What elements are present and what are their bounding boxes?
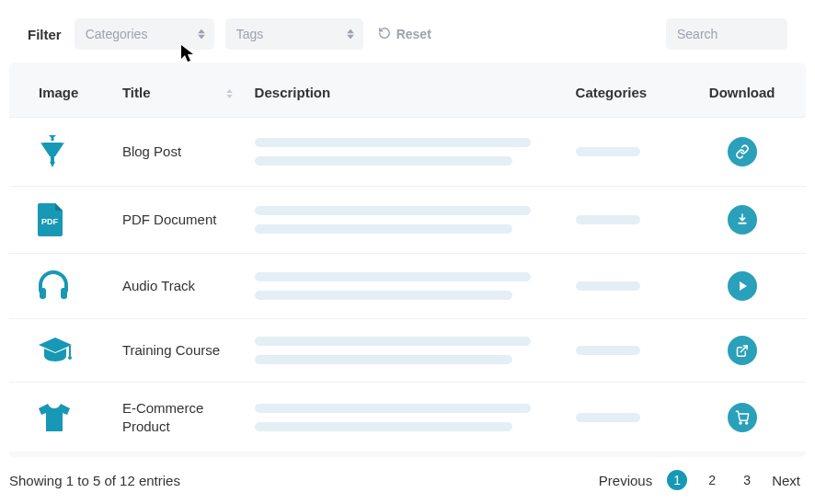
categories-select-placeholder: Categories bbox=[86, 27, 148, 41]
svg-point-17 bbox=[745, 422, 747, 424]
categories-select[interactable]: Categories bbox=[75, 18, 214, 50]
tags-select-placeholder: Tags bbox=[236, 27, 264, 41]
filter-bar: Filter Categories Tags Reset bbox=[9, 18, 806, 63]
svg-point-6 bbox=[62, 141, 64, 143]
row-title: Blog Post bbox=[122, 143, 224, 161]
col-header-download: Download bbox=[698, 70, 806, 118]
svg-marker-12 bbox=[39, 338, 72, 352]
svg-rect-1 bbox=[52, 138, 54, 141]
svg-marker-11 bbox=[740, 281, 747, 291]
row-title: PDF Document bbox=[122, 211, 224, 229]
svg-line-15 bbox=[740, 345, 747, 351]
chevron-updown-icon bbox=[347, 29, 354, 40]
cart-icon bbox=[735, 410, 750, 425]
pdf-icon: PDF bbox=[37, 203, 104, 236]
tshirt-icon bbox=[37, 402, 104, 433]
data-table: Image Title Description Categories Downl… bbox=[9, 63, 806, 457]
pagination: Previous 1 2 3 Next bbox=[599, 470, 800, 490]
download-button[interactable] bbox=[728, 271, 757, 301]
svg-text:PDF: PDF bbox=[41, 217, 59, 226]
pagination-page-1[interactable]: 1 bbox=[667, 470, 687, 490]
download-button[interactable] bbox=[728, 137, 757, 166]
categories-placeholder bbox=[576, 215, 640, 224]
download-button[interactable] bbox=[728, 336, 757, 365]
external-icon bbox=[735, 344, 749, 358]
pagination-page-3[interactable]: 3 bbox=[737, 470, 757, 490]
play-icon bbox=[736, 280, 749, 292]
download-icon bbox=[735, 212, 750, 227]
row-title: Training Course bbox=[122, 341, 224, 360]
reset-label: Reset bbox=[396, 27, 431, 41]
sort-icon bbox=[226, 89, 233, 98]
pagination-next[interactable]: Next bbox=[772, 473, 800, 488]
description-placeholder bbox=[255, 404, 557, 431]
table-row: Blog Post bbox=[9, 118, 806, 187]
svg-rect-10 bbox=[61, 288, 67, 299]
col-header-image: Image bbox=[9, 70, 113, 118]
table-row: Training Course bbox=[9, 319, 806, 383]
link-icon bbox=[735, 144, 750, 159]
svg-marker-4 bbox=[50, 162, 55, 167]
chevron-updown-icon bbox=[198, 29, 205, 40]
svg-marker-2 bbox=[40, 143, 64, 156]
row-title: Audio Track bbox=[122, 277, 224, 295]
svg-rect-8 bbox=[738, 223, 746, 224]
col-header-description: Description bbox=[246, 70, 567, 118]
svg-point-5 bbox=[41, 141, 44, 143]
svg-rect-3 bbox=[51, 156, 54, 162]
table-row: PDF PDF Document bbox=[9, 187, 806, 254]
svg-rect-9 bbox=[40, 288, 46, 299]
svg-point-14 bbox=[68, 356, 72, 360]
entries-info: Showing 1 to 5 of 12 entries bbox=[9, 473, 599, 488]
funnel-icon bbox=[37, 134, 104, 169]
table-footer: Showing 1 to 5 of 12 entries Previous 1 … bbox=[9, 463, 806, 490]
col-header-categories: Categories bbox=[567, 70, 699, 118]
pagination-page-2[interactable]: 2 bbox=[702, 470, 722, 490]
grad-cap-icon bbox=[37, 336, 104, 365]
description-placeholder bbox=[255, 206, 557, 234]
categories-placeholder bbox=[576, 281, 640, 291]
download-button[interactable] bbox=[728, 205, 757, 235]
row-title: E-Commerce Product bbox=[122, 399, 224, 435]
description-placeholder bbox=[255, 337, 557, 364]
categories-placeholder bbox=[576, 346, 640, 355]
search-input[interactable] bbox=[666, 18, 787, 50]
description-placeholder bbox=[255, 272, 557, 300]
headphones-icon bbox=[37, 270, 104, 302]
categories-placeholder bbox=[576, 147, 640, 156]
pagination-previous[interactable]: Previous bbox=[599, 473, 652, 488]
tags-select[interactable]: Tags bbox=[225, 18, 363, 50]
table-header-row: Image Title Description Categories Downl… bbox=[9, 70, 806, 118]
undo-icon bbox=[378, 27, 391, 42]
table-row: E-Commerce Product bbox=[9, 383, 806, 452]
categories-placeholder bbox=[576, 413, 640, 422]
table-row: Audio Track bbox=[9, 254, 806, 319]
reset-button[interactable]: Reset bbox=[374, 21, 435, 48]
col-header-title[interactable]: Title bbox=[113, 70, 246, 118]
svg-point-16 bbox=[740, 422, 741, 424]
filter-label: Filter bbox=[28, 27, 62, 42]
description-placeholder bbox=[255, 138, 557, 166]
download-button[interactable] bbox=[728, 403, 757, 432]
